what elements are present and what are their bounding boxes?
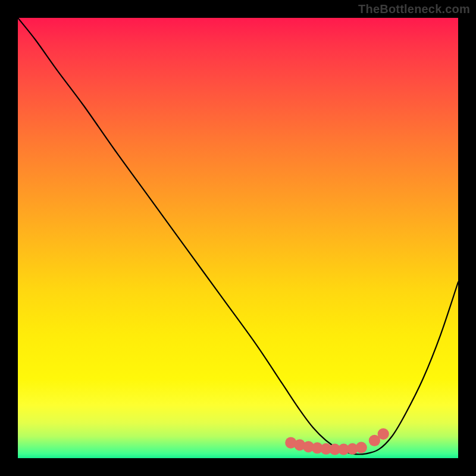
highlight-dot [294,439,305,450]
highlight-dot [312,442,323,453]
chart-svg [18,18,458,458]
highlight-dot [369,435,380,446]
highlight-dot [378,428,389,440]
highlight-dot [320,443,331,455]
highlight-dot [329,444,340,455]
highlight-dot [347,443,358,455]
highlight-dots-group [285,428,389,455]
watermark-text: TheBottleneck.com [358,2,470,16]
highlight-dot [303,441,314,452]
highlight-dot [338,444,349,455]
bottleneck-curve-line [18,18,458,455]
highlight-dot [356,442,367,453]
chart-plot-area [18,18,458,458]
highlight-dot [285,437,296,448]
